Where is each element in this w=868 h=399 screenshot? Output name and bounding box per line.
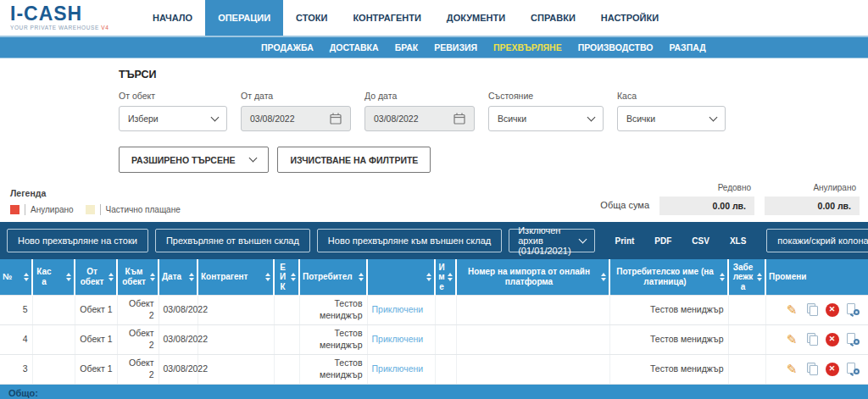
filter-from-object-label: От обект xyxy=(119,91,227,101)
cash-register-select[interactable]: Всички xyxy=(617,106,726,131)
nav-item-spravki[interactable]: СПРАВКИ xyxy=(518,0,588,36)
brand-logo[interactable]: I-CASH YOUR PRIVATE WAREHOUSE V4 xyxy=(0,0,140,36)
column-header-latin-name[interactable]: Потребителско име (на латиница) xyxy=(609,259,728,295)
transfers-table: № Каса От обект Към обект Дата Контраген… xyxy=(0,259,868,385)
sort-icon xyxy=(757,273,762,281)
cell-kasa xyxy=(32,295,75,324)
cell-date: 03/08/2022 xyxy=(159,354,198,384)
column-header-eik[interactable]: ЕИК xyxy=(274,259,299,295)
brand-tagline: YOUR PRIVATE WAREHOUSE V4 xyxy=(10,25,140,30)
subnav-item-proizvodstvo[interactable]: ПРОИЗВОДСТВО xyxy=(578,42,654,53)
subnav-item-brak[interactable]: БРАК xyxy=(395,42,419,53)
column-header-date[interactable]: Дата xyxy=(159,259,198,295)
column-header-to-object[interactable]: Към обект xyxy=(117,259,159,295)
print-link[interactable]: Print xyxy=(615,236,635,246)
column-header-name[interactable]: Име xyxy=(435,259,456,295)
pdf-export-link[interactable]: PDF xyxy=(654,236,671,246)
nav-item-dokumenti[interactable]: ДОКУМЕНТИ xyxy=(434,0,518,36)
cell-date: 03/08/2022 xyxy=(159,295,198,324)
state-select[interactable]: Всички xyxy=(488,106,604,131)
filter-from-object: От обект Избери xyxy=(119,91,227,131)
cell-import-number xyxy=(456,295,609,324)
subnav-item-prehvarlyane[interactable]: ПРЕХВЪРЛЯНЕ xyxy=(493,42,562,53)
operations-subnav: ПРОДАЖБА ДОСТАВКА БРАК РЕВИЗИЯ ПРЕХВЪРЛЯ… xyxy=(0,36,868,58)
nav-item-nachalo[interactable]: НАЧАЛО xyxy=(140,0,205,36)
column-header-num[interactable]: № xyxy=(0,259,32,295)
preview-document-icon[interactable] xyxy=(845,362,860,376)
archive-dropdown[interactable]: Изключен архив (01/01/2021) xyxy=(509,229,594,252)
status-link[interactable]: Приключени xyxy=(372,304,424,314)
column-header-actions: Промени xyxy=(765,259,868,295)
legend: Легенда Анулирано Частично плащане xyxy=(10,188,181,215)
column-header-from-object[interactable]: От обект xyxy=(75,259,117,295)
copy-icon[interactable] xyxy=(805,302,820,317)
from-date-input[interactable]: 03/08/2022 xyxy=(241,106,351,131)
cell-num: 4 xyxy=(0,324,32,354)
to-date-input[interactable]: 03/08/2022 xyxy=(364,106,475,131)
subnav-item-prodazhba[interactable]: ПРОДАЖБА xyxy=(261,42,314,53)
cell-eik xyxy=(274,295,299,324)
subnav-item-razpad[interactable]: РАЗПАД xyxy=(669,42,705,53)
delete-icon[interactable]: ✕ xyxy=(826,333,839,346)
column-header-note[interactable]: Забележка xyxy=(728,259,765,295)
delete-icon[interactable]: ✕ xyxy=(826,363,839,376)
nav-item-stoki[interactable]: СТОКИ xyxy=(283,0,340,36)
sort-icon xyxy=(150,273,155,281)
cell-user: Тестов мениджър xyxy=(299,295,367,324)
legend-item-partial-payment: Частично плащане xyxy=(86,204,181,215)
chevron-down-icon xyxy=(578,235,587,243)
chevron-down-icon xyxy=(249,154,258,163)
subnav-item-dostavka[interactable]: ДОСТАВКА xyxy=(330,42,379,53)
subnav-item-revizia[interactable]: РЕВИЗИЯ xyxy=(434,42,477,53)
legend-item-cancelled: Анулирано xyxy=(10,204,74,215)
cell-note xyxy=(728,324,765,354)
column-header-user[interactable]: Потребител xyxy=(299,259,367,295)
total-label: Общо: xyxy=(8,388,38,398)
status-link[interactable]: Приключени xyxy=(372,334,424,344)
nav-item-operacii[interactable]: ОПЕРАЦИИ xyxy=(205,0,283,36)
cell-status: Приключени xyxy=(367,354,435,384)
edit-icon[interactable]: ✎ xyxy=(785,332,799,346)
nav-item-nastroiki[interactable]: НАСТРОЙКИ xyxy=(588,0,671,36)
clear-filters-button[interactable]: ИЗЧИСТВАНЕ НА ФИЛТРИТЕ xyxy=(277,147,431,173)
filter-cash-register-label: Каса xyxy=(617,91,726,101)
cell-latin-name: Тестов мениджър xyxy=(609,354,728,384)
new-transfer-to-external-button[interactable]: Ново прехвърляне към външен склад xyxy=(317,229,502,252)
sort-icon xyxy=(66,273,71,281)
advanced-search-button[interactable]: РАЗШИРЕНО ТЪРСЕНЕ xyxy=(119,147,269,173)
chevron-down-icon xyxy=(211,113,220,121)
new-transfer-button[interactable]: Ново прехвърляне на стоки xyxy=(7,229,148,252)
edit-icon[interactable]: ✎ xyxy=(785,302,799,317)
preview-document-icon[interactable] xyxy=(845,302,860,317)
column-header-contragent[interactable]: Контрагент xyxy=(198,259,274,295)
logo-text: I-CASH xyxy=(10,3,140,24)
cell-latin-name: Тестов мениджър xyxy=(609,324,728,354)
cell-status: Приключени xyxy=(367,295,435,324)
transfer-from-external-button[interactable]: Прехвърляне от външен склад xyxy=(155,229,310,252)
csv-export-link[interactable]: CSV xyxy=(692,236,709,246)
partial-payment-color-swatch xyxy=(86,205,95,214)
calendar-icon xyxy=(453,113,465,125)
column-header-import-number[interactable]: Номер на импорта от онлайн платформа xyxy=(456,259,609,295)
delete-icon[interactable]: ✕ xyxy=(826,303,839,317)
cell-kasa xyxy=(32,324,75,354)
copy-icon[interactable] xyxy=(805,362,820,376)
from-object-select[interactable]: Избери xyxy=(119,106,227,131)
filter-state: Състояние Всички xyxy=(488,91,604,131)
xls-export-link[interactable]: XLS xyxy=(730,236,746,246)
preview-document-icon[interactable] xyxy=(845,332,860,346)
column-header-kasa[interactable]: Каса xyxy=(32,259,75,295)
app-header: I-CASH YOUR PRIVATE WAREHOUSE V4 НАЧАЛО … xyxy=(0,0,868,36)
filter-cash-register: Каса Всички xyxy=(617,91,726,131)
copy-icon[interactable] xyxy=(805,332,820,346)
cell-actions: ✎ ✕ xyxy=(765,354,868,384)
sort-icon xyxy=(448,273,453,281)
status-link[interactable]: Приключени xyxy=(372,363,424,374)
totals-label: Обща сума xyxy=(600,200,649,215)
cell-user: Тестов мениджър xyxy=(299,324,367,354)
cell-status: Приключени xyxy=(367,324,435,354)
toggle-columns-button[interactable]: покажи/скрий колона xyxy=(766,229,868,252)
edit-icon[interactable]: ✎ xyxy=(785,362,799,376)
nav-item-kontragenti[interactable]: КОНТРАГЕНТИ xyxy=(340,0,433,36)
column-header-blank[interactable] xyxy=(367,259,435,295)
